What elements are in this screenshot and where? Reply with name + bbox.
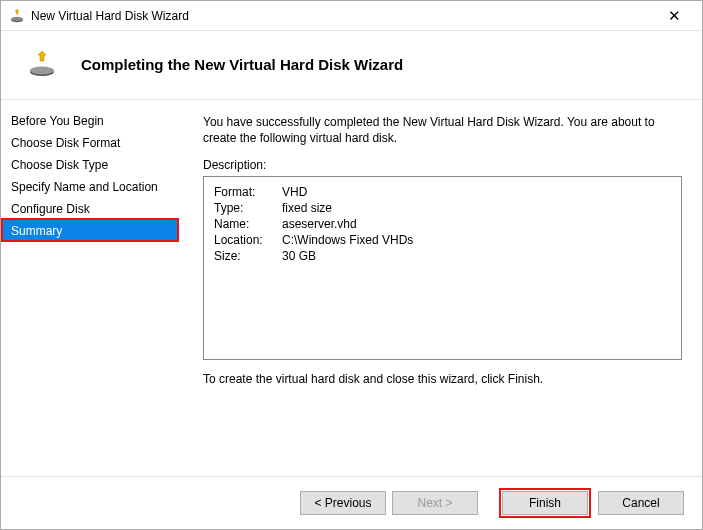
wizard-content: You have successfully completed the New … (179, 100, 702, 476)
previous-button[interactable]: < Previous (300, 491, 386, 515)
summary-intro-text: You have successfully completed the New … (203, 114, 682, 146)
summary-row-name: Name: aseserver.vhd (214, 217, 671, 231)
summary-value: C:\Windows Fixed VHDs (282, 233, 413, 247)
summary-value: fixed size (282, 201, 332, 215)
summary-key: Size: (214, 249, 282, 263)
summary-row-size: Size: 30 GB (214, 249, 671, 263)
app-icon (9, 8, 25, 24)
wizard-footer: < Previous Next > Finish Cancel (1, 476, 702, 529)
svg-point-3 (30, 67, 54, 75)
step-summary[interactable]: Summary (1, 220, 179, 242)
wizard-window: New Virtual Hard Disk Wizard ✕ Completin… (0, 0, 703, 530)
next-button: Next > (392, 491, 478, 515)
summary-row-format: Format: VHD (214, 185, 671, 199)
step-before-you-begin[interactable]: Before You Begin (1, 110, 179, 132)
description-box: Format: VHD Type: fixed size Name: asese… (203, 176, 682, 360)
step-specify-name-location[interactable]: Specify Name and Location (1, 176, 179, 198)
summary-value: 30 GB (282, 249, 316, 263)
step-choose-disk-format[interactable]: Choose Disk Format (1, 132, 179, 154)
close-button[interactable]: ✕ (654, 7, 694, 25)
step-configure-disk[interactable]: Configure Disk (1, 198, 179, 220)
summary-row-type: Type: fixed size (214, 201, 671, 215)
step-choose-disk-type[interactable]: Choose Disk Type (1, 154, 179, 176)
summary-key: Type: (214, 201, 282, 215)
wizard-icon (27, 49, 57, 79)
wizard-body: Before You Begin Choose Disk Format Choo… (1, 100, 702, 476)
finish-button[interactable]: Finish (502, 491, 588, 515)
description-label: Description: (203, 158, 682, 172)
summary-key: Format: (214, 185, 282, 199)
nav-button-group: < Previous Next > (300, 491, 478, 515)
summary-value: aseserver.vhd (282, 217, 357, 231)
titlebar: New Virtual Hard Disk Wizard ✕ (1, 1, 702, 31)
wizard-steps-sidebar: Before You Begin Choose Disk Format Choo… (1, 100, 179, 476)
summary-key: Location: (214, 233, 282, 247)
summary-value: VHD (282, 185, 307, 199)
summary-outro-text: To create the virtual hard disk and clos… (203, 372, 682, 386)
summary-key: Name: (214, 217, 282, 231)
wizard-header: Completing the New Virtual Hard Disk Wiz… (1, 31, 702, 100)
cancel-button[interactable]: Cancel (598, 491, 684, 515)
svg-point-1 (11, 16, 23, 20)
window-title: New Virtual Hard Disk Wizard (31, 9, 654, 23)
wizard-heading: Completing the New Virtual Hard Disk Wiz… (81, 56, 403, 73)
summary-row-location: Location: C:\Windows Fixed VHDs (214, 233, 671, 247)
